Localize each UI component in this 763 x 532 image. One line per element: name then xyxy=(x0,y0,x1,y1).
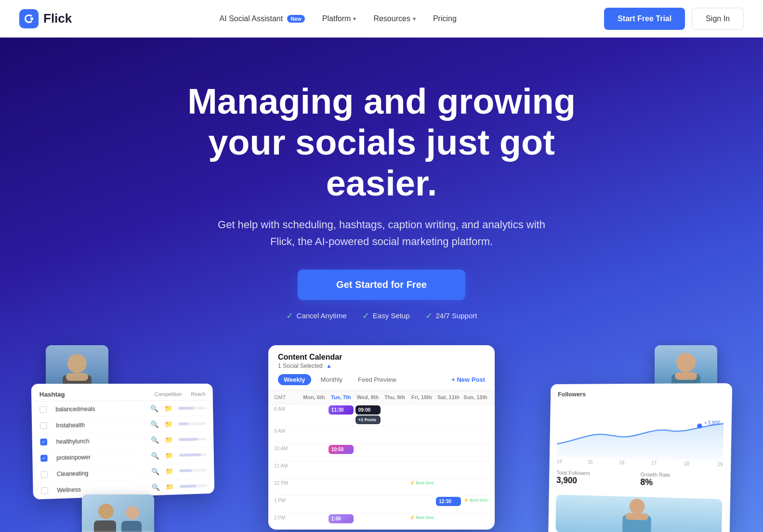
platform-chevron-icon: ▾ xyxy=(353,15,356,22)
sign-in-button[interactable]: Sign In xyxy=(692,8,744,30)
calendar-event[interactable]: 09:00 xyxy=(355,405,381,415)
search-icon[interactable]: 🔍 xyxy=(151,452,164,459)
check-icon: ✓ xyxy=(286,311,293,321)
calendar-event[interactable]: 11:30 xyxy=(329,405,354,415)
logo-icon xyxy=(19,9,39,28)
calendar-body: 8 AM 11:30 09:00 +2 Posts xyxy=(268,404,495,530)
calendar-event[interactable]: 12:30 xyxy=(436,497,461,506)
badge-support: ✓ 24/7 Support xyxy=(425,311,477,321)
hashtag-title: Hashtag xyxy=(39,390,65,398)
analytics-person-image xyxy=(555,494,722,532)
hashtag-bar xyxy=(180,484,207,488)
calendar-grid: GMT Mon, 6th Tue, 7th Wed, 8th Thu, 9th … xyxy=(268,390,495,530)
check-icon: ✓ xyxy=(425,311,433,321)
new-post-button[interactable]: + New Post xyxy=(451,376,485,383)
svg-point-9 xyxy=(697,423,702,428)
svg-point-16 xyxy=(98,504,114,519)
total-followers-stat: Total Followers 3,900 xyxy=(556,469,635,487)
navbar: Flick AI Social Assistant New Platform ▾… xyxy=(0,0,763,38)
folder-icon[interactable]: 📁 xyxy=(166,482,178,491)
folder-icon[interactable]: 📁 xyxy=(165,436,177,443)
calendar-day-headers: GMT Mon, 6th Tue, 7th Wed, 8th Thu, 9th … xyxy=(268,390,495,404)
growth-rate-stat: Growth Rate 8% xyxy=(640,471,723,489)
nav-ai-assistant[interactable]: AI Social Assistant New xyxy=(220,14,305,23)
folder-icon[interactable]: 📁 xyxy=(165,467,177,475)
hero-mockups: Hashtag Competition Reach balancedmeals … xyxy=(19,345,744,532)
hero-section: Managing and growing your socials just g… xyxy=(0,38,763,532)
hashtag-bar xyxy=(179,468,207,472)
hashtag-panel: Hashtag Competition Reach balancedmeals … xyxy=(31,383,215,499)
hashtag-bar xyxy=(178,406,206,409)
folder-icon[interactable]: 📁 xyxy=(164,404,176,412)
hashtag-list: balancedmeals 🔍 📁 Instahealth 🔍 📁 ✓ heal… xyxy=(31,401,214,500)
calendar-event[interactable]: +2 Posts xyxy=(355,415,381,424)
hashtag-name: Instahealth xyxy=(56,421,149,429)
analytics-chart: • 3,900 xyxy=(550,402,732,461)
svg-point-2 xyxy=(67,354,87,373)
calendar-event[interactable]: 1:00 xyxy=(329,514,354,523)
nav-right: Start Free Trial Sign In xyxy=(604,8,744,30)
resources-chevron-icon: ▾ xyxy=(413,15,416,22)
svg-rect-15 xyxy=(82,494,154,532)
nav-center: AI Social Assistant New Platform ▾ Resou… xyxy=(220,14,457,23)
hashtag-item: Instahealth 🔍 📁 xyxy=(32,416,213,434)
tab-feed[interactable]: Feed Preview xyxy=(352,374,402,385)
hashtag-checkbox[interactable]: ✓ xyxy=(40,438,47,445)
badge-setup: ✓ Easy Setup xyxy=(362,311,410,321)
search-icon[interactable]: 🔍 xyxy=(152,483,164,491)
avatar-bottom-left xyxy=(82,494,154,532)
svg-rect-8 xyxy=(675,372,697,380)
calendar-header: Content Calendar 1 Social Selected ▲ Wee… xyxy=(268,345,495,390)
hashtag-checkbox[interactable] xyxy=(39,406,47,413)
tab-weekly[interactable]: Weekly xyxy=(278,374,311,385)
nav-platform[interactable]: Platform ▾ xyxy=(322,14,356,23)
hero-badges: ✓ Cancel Anytime ✓ Easy Setup ✓ 24/7 Sup… xyxy=(286,311,477,321)
hashtag-bar xyxy=(179,422,206,426)
content-calendar: Content Calendar 1 Social Selected ▲ Wee… xyxy=(268,345,495,530)
hashtag-header: Hashtag Competition Reach xyxy=(31,383,213,401)
start-free-trial-button[interactable]: Start Free Trial xyxy=(604,8,685,30)
folder-icon[interactable]: 📁 xyxy=(165,451,177,459)
nav-pricing[interactable]: Pricing xyxy=(433,14,457,23)
svg-point-18 xyxy=(126,506,139,519)
hashtag-name: Wellness xyxy=(57,484,150,493)
hero-title: Managing and growing your socials just g… xyxy=(165,81,598,204)
search-icon[interactable]: 🔍 xyxy=(151,467,164,476)
analytics-header: Followers xyxy=(551,383,732,402)
logo-text: Flick xyxy=(43,11,72,26)
svg-rect-14 xyxy=(625,513,648,520)
search-icon[interactable]: 🔍 xyxy=(150,404,163,412)
hashtag-name: Cleaneating xyxy=(57,468,150,477)
hashtag-checkbox[interactable] xyxy=(40,422,47,429)
svg-text:• 3,900: • 3,900 xyxy=(705,420,721,426)
tab-monthly[interactable]: Monthly xyxy=(315,374,349,385)
hashtag-checkbox[interactable] xyxy=(41,471,48,478)
svg-point-6 xyxy=(676,353,696,372)
hashtag-bar xyxy=(179,453,207,456)
hero-subtitle: Get help with scheduling, hashtags, capt… xyxy=(213,216,550,250)
search-icon[interactable]: 🔍 xyxy=(151,436,163,443)
calendar-event[interactable]: 10:50 xyxy=(329,445,354,454)
hashtag-name: healthylunch xyxy=(56,437,149,445)
analytics-panel: Followers • 3,900 xyxy=(548,383,732,532)
hashtag-item: balancedmeals 🔍 📁 xyxy=(31,401,213,418)
analytics-stats: Total Followers 3,900 Growth Rate 8% xyxy=(549,464,731,495)
hashtag-bar xyxy=(179,438,206,441)
hashtag-checkbox[interactable] xyxy=(41,487,48,494)
folder-icon[interactable]: 📁 xyxy=(165,420,177,428)
svg-rect-20 xyxy=(82,531,154,532)
hashtag-name: balancedmeals xyxy=(55,405,148,413)
hashtag-checkbox[interactable]: ✓ xyxy=(40,454,48,462)
svg-rect-17 xyxy=(94,520,116,532)
logo[interactable]: Flick xyxy=(19,9,72,28)
get-started-button[interactable]: Get Started for Free xyxy=(298,270,465,300)
svg-rect-4 xyxy=(66,373,88,381)
ai-badge: New xyxy=(287,15,305,23)
svg-point-0 xyxy=(30,17,33,20)
search-icon[interactable]: 🔍 xyxy=(150,420,163,428)
nav-resources[interactable]: Resources ▾ xyxy=(373,14,415,23)
badge-cancel: ✓ Cancel Anytime xyxy=(286,311,347,321)
calendar-tabs: Weekly Monthly Feed Preview + New Post xyxy=(278,374,485,385)
check-icon: ✓ xyxy=(362,311,369,321)
svg-rect-19 xyxy=(121,521,142,532)
